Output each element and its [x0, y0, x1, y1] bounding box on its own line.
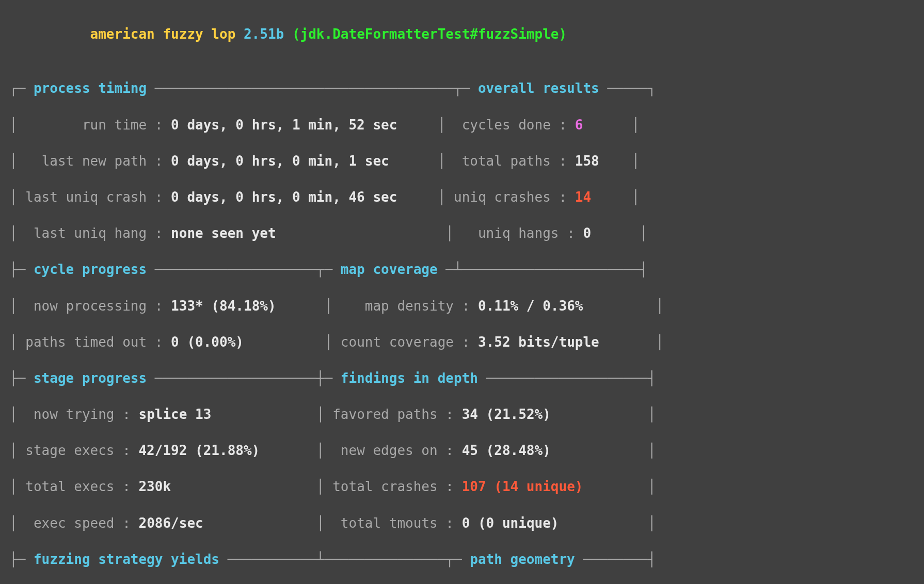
section-findings-in-depth: findings in depth	[341, 370, 478, 386]
now-processing-value: 133* (84.18%)	[171, 298, 276, 314]
section-process-timing: process timing	[34, 80, 147, 96]
total-crashes-label: total crashes	[332, 479, 438, 494]
total-execs-value: 230k	[138, 479, 171, 494]
stage-execs-label: stage execs	[25, 443, 114, 458]
paths-timed-out-value: 0 (0.00%)	[171, 334, 244, 350]
row: │ last uniq crash : 0 days, 0 hrs, 0 min…	[9, 188, 915, 206]
last-uniq-hang-value: none seen yet	[171, 225, 276, 241]
total-tmouts-label: total tmouts	[341, 515, 438, 531]
last-new-path-value: 0 days, 0 hrs, 0 min, 1 sec	[171, 153, 389, 169]
total-paths-value: 158	[575, 153, 599, 169]
last-uniq-hang-label: last uniq hang	[34, 225, 147, 241]
section-map-coverage: map coverage	[341, 262, 438, 277]
stage-execs-value: 42/192 (21.88%)	[138, 443, 260, 458]
row: │ now processing : 133* (84.18%) │ map d…	[9, 297, 915, 315]
row: │ run time : 0 days, 0 hrs, 1 min, 52 se…	[9, 116, 915, 134]
section-stage-progress: stage progress	[34, 370, 147, 386]
section-fuzzing-strategy-yields: fuzzing strategy yields	[34, 551, 219, 567]
row: ┌─ process timing ──────────────────────…	[9, 79, 915, 98]
total-crashes-value: 107 (14 unique)	[462, 479, 583, 494]
row: ├─ stage progress ────────────────────┼─…	[9, 369, 915, 387]
total-tmouts-value: 0 (0 unique)	[462, 515, 559, 531]
row: │ paths timed out : 0 (0.00%) │ count co…	[9, 333, 915, 351]
last-new-path-label: last new path	[42, 153, 147, 169]
fuzz-target: (jdk.DateFormatterTest#fuzzSimple)	[292, 26, 567, 42]
total-execs-label: total execs	[25, 479, 114, 494]
map-density-label: map density	[365, 298, 454, 314]
uniq-hangs-label: uniq hangs	[478, 225, 559, 241]
uniq-hangs-value: 0	[583, 225, 591, 241]
count-coverage-label: count coverage	[341, 334, 454, 350]
run-time-label: run time	[82, 117, 147, 133]
new-edges-on-label: new edges on	[341, 443, 438, 458]
now-processing-label: now processing	[34, 298, 147, 314]
section-overall-results: overall results	[478, 80, 599, 96]
exec-speed-label: exec speed	[34, 515, 115, 531]
cycles-done-label: cycles done	[462, 117, 551, 133]
uniq-crashes-value: 14	[575, 189, 591, 205]
row: │ last new path : 0 days, 0 hrs, 0 min, …	[9, 152, 915, 170]
paths-timed-out-label: paths timed out	[25, 334, 147, 350]
title-line: american fuzzy lop 2.51b (jdk.DateFormat…	[9, 25, 915, 43]
row: │ last uniq hang : none seen yet │ uniq …	[9, 224, 915, 242]
program-version: 2.51b	[244, 26, 284, 42]
last-uniq-crash-value: 0 days, 0 hrs, 0 min, 46 sec	[171, 189, 397, 205]
row: │ exec speed : 2086/sec │ total tmouts :…	[9, 514, 915, 532]
row: │ total execs : 230k │ total crashes : 1…	[9, 478, 915, 496]
new-edges-on-value: 45 (28.48%)	[462, 443, 551, 458]
row: │ now trying : splice 13 │ favored paths…	[9, 405, 915, 424]
section-path-geometry: path geometry	[470, 551, 575, 567]
run-time-value: 0 days, 0 hrs, 1 min, 52 sec	[171, 117, 397, 133]
section-cycle-progress: cycle progress	[34, 262, 147, 277]
program-name: american fuzzy lop	[90, 26, 236, 42]
uniq-crashes-label: uniq crashes	[454, 189, 551, 205]
map-density-value: 0.11% / 0.36%	[478, 298, 583, 314]
row: ├─ fuzzing strategy yields ───────────┴─…	[9, 550, 915, 569]
exec-speed-value: 2086/sec	[138, 515, 203, 531]
cycles-done-value: 6	[575, 117, 583, 133]
now-trying-label: now trying	[34, 407, 115, 422]
row: ├─ cycle progress ────────────────────┬─…	[9, 261, 915, 279]
afl-status-screen: american fuzzy lop 2.51b (jdk.DateFormat…	[0, 0, 924, 584]
total-paths-label: total paths	[462, 153, 551, 169]
now-trying-value: splice 13	[138, 407, 211, 422]
count-coverage-value: 3.52 bits/tuple	[478, 334, 599, 350]
last-uniq-crash-label: last uniq crash	[25, 189, 147, 205]
row: │ stage execs : 42/192 (21.88%) │ new ed…	[9, 442, 915, 460]
favored-paths-label: favored paths	[332, 407, 438, 422]
favored-paths-value: 34 (21.52%)	[462, 407, 551, 422]
